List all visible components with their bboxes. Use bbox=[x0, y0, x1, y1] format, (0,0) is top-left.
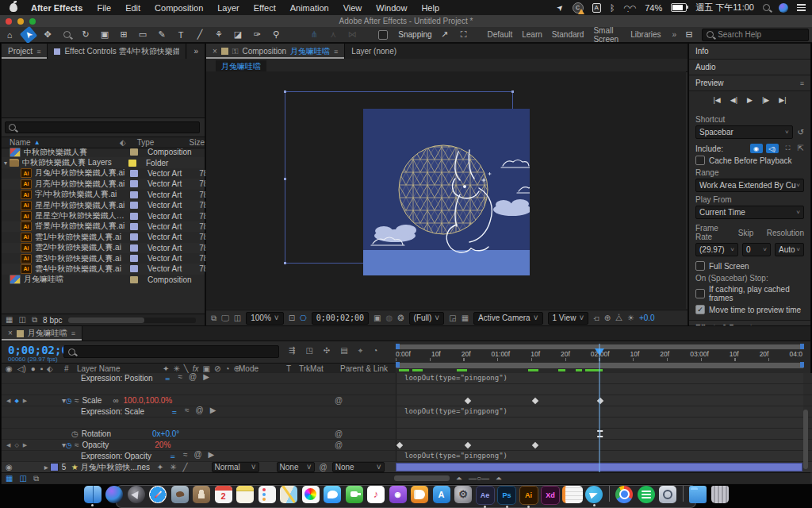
comp-viewport[interactable] bbox=[206, 71, 686, 309]
project-row[interactable]: 雲4/中秋節快樂鐵人賽.ai Vector Art 780 bbox=[2, 264, 205, 274]
expression-code[interactable]: loopOut(type="pingpong") bbox=[404, 374, 508, 382]
snap-edges-icon[interactable]: ↗ bbox=[439, 29, 451, 41]
dock-app-icon[interactable] bbox=[659, 486, 676, 503]
project-row[interactable]: 星星空/中秋節快樂鐵人賽.ai Vector Art 780 bbox=[2, 210, 205, 221]
close-tab-icon[interactable]: × bbox=[8, 329, 13, 337]
menu-item[interactable]: File bbox=[90, 3, 118, 13]
work-area-start-handle[interactable] bbox=[396, 344, 400, 349]
column-name[interactable]: Name bbox=[10, 138, 31, 147]
move-time-checkbox[interactable]: ✓ bbox=[695, 305, 705, 314]
play-button[interactable]: ▶ bbox=[747, 96, 753, 104]
effect-switch[interactable]: ✳ bbox=[170, 464, 176, 471]
input-source-icon[interactable]: A bbox=[592, 3, 601, 13]
mirror-viewer-icon[interactable]: ◫ bbox=[234, 314, 241, 322]
rotation-value[interactable]: 0x+0.0° bbox=[152, 429, 179, 438]
dock-app-icon[interactable]: Xd bbox=[541, 486, 560, 505]
keyframe-toggle-icon[interactable]: ◇ bbox=[14, 442, 18, 448]
timeline-search-field[interactable] bbox=[63, 345, 279, 358]
project-scrollbar[interactable] bbox=[68, 318, 196, 323]
label-color-chip[interactable] bbox=[130, 223, 138, 230]
type-tool[interactable]: T bbox=[174, 29, 187, 41]
resolution-dropdown[interactable]: (Full)˅ bbox=[409, 312, 445, 325]
zoom-slider[interactable]: —○— bbox=[469, 475, 489, 483]
layer-color-chip[interactable] bbox=[50, 463, 59, 471]
row-rotation[interactable]: ◷ Rotation 0x+0.0° @ bbox=[2, 429, 812, 440]
keyframe[interactable] bbox=[532, 397, 538, 403]
menu-item[interactable]: Window bbox=[369, 3, 414, 13]
frame-rate-dropdown[interactable]: (29.97)˅ bbox=[695, 243, 738, 256]
tab-effect-controls[interactable]: Effect Controls 雲4/中秋節快樂鐵人賽.a bbox=[48, 44, 186, 59]
label-color-chip[interactable] bbox=[130, 233, 138, 241]
trkmat-dropdown[interactable]: None˅ bbox=[277, 462, 315, 472]
scale-label[interactable]: Scale bbox=[82, 396, 102, 405]
shortcut-dropdown[interactable]: Spacebar˅ bbox=[695, 125, 793, 139]
exposure-value[interactable]: +0.0 bbox=[639, 314, 655, 322]
clone-stamp-tool[interactable]: ⚘ bbox=[213, 29, 225, 41]
prev-keyframe-icon[interactable]: ◀ bbox=[6, 442, 10, 448]
layer-row-5[interactable]: ◉ ▸ 5 ★ 月兔/中秋節快...nes ✦ ✳ ╱ Normal˅ None… bbox=[2, 462, 812, 473]
dock-app-icon[interactable] bbox=[689, 486, 707, 503]
project-row[interactable]: 月兔嘛哇噹 Composition bbox=[2, 275, 205, 285]
keyframe[interactable] bbox=[396, 441, 403, 448]
graph-editor-icon[interactable]: ◔ bbox=[373, 347, 377, 355]
label-color-chip[interactable] bbox=[130, 213, 138, 220]
dock-app-icon[interactable] bbox=[236, 486, 254, 503]
share-icon[interactable]: ⇱ bbox=[798, 144, 804, 152]
search-help-field[interactable]: Search Help bbox=[702, 29, 809, 41]
zoom-in-mountain-icon[interactable]: ⏶ bbox=[496, 475, 502, 483]
dock-app-icon[interactable] bbox=[149, 486, 167, 503]
next-keyframe-icon[interactable]: ▶ bbox=[23, 442, 27, 448]
brainstorm-icon[interactable]: ⧉ bbox=[33, 475, 39, 483]
workspace-tab[interactable]: Standard bbox=[547, 30, 589, 39]
panel-menu-icon[interactable]: ≡ bbox=[800, 79, 804, 87]
dock-app-icon[interactable] bbox=[259, 486, 276, 503]
reset-shortcut-icon[interactable]: ↺ bbox=[798, 129, 804, 137]
panel-menu-icon[interactable]: ≡ bbox=[334, 48, 338, 56]
manage-workspaces-icon[interactable]: ⊟ bbox=[683, 29, 695, 41]
layer-expand-chevron[interactable]: ▸ bbox=[44, 464, 48, 471]
dock-app-icon[interactable] bbox=[280, 486, 297, 503]
playhead-handle[interactable] bbox=[595, 348, 604, 356]
timeline-horizontal-scrollbar[interactable] bbox=[394, 475, 450, 481]
prev-keyframe-icon[interactable]: ◀ bbox=[6, 398, 10, 404]
expression-language-menu-icon[interactable]: ▶ bbox=[203, 373, 209, 384]
dock-app-icon[interactable] bbox=[585, 486, 603, 503]
resolution-dropdown[interactable]: Auto˅ bbox=[775, 243, 804, 256]
menu-item[interactable]: Composition bbox=[147, 3, 210, 13]
pickwhip-icon[interactable]: @ bbox=[335, 397, 343, 405]
column-trkmat[interactable]: TrkMat bbox=[299, 364, 340, 373]
motion-blur-icon[interactable]: ⌖ bbox=[358, 347, 363, 355]
magnification-dropdown[interactable]: 100%˅ bbox=[246, 312, 283, 325]
keyframe[interactable] bbox=[465, 397, 471, 403]
pickwhip-icon[interactable]: @ bbox=[335, 430, 343, 438]
project-row[interactable]: 月亮/中秋節快樂鐵人賽.ai Vector Art 780 bbox=[2, 179, 205, 189]
notification-center-icon[interactable] bbox=[797, 4, 806, 11]
project-row[interactable]: 雲3/中秋節快樂鐵人賽.ai Vector Art 780 bbox=[2, 253, 205, 264]
bluetooth-icon[interactable]: ᛒ bbox=[610, 3, 615, 13]
view-layout-dropdown[interactable]: 1 View˅ bbox=[548, 312, 589, 325]
stopwatch-icon[interactable]: ◷ bbox=[71, 430, 79, 438]
brush-tool[interactable]: ╱ bbox=[193, 29, 206, 41]
location-services-icon[interactable]: ➤ bbox=[554, 2, 565, 13]
pen-tool[interactable]: ✎ bbox=[155, 29, 168, 41]
row-expression-scale[interactable]: Expression: Scale ＝ ≈ @ ▶ loopOut(type="… bbox=[2, 406, 812, 418]
menu-item[interactable]: Effect bbox=[247, 3, 283, 13]
battery-icon[interactable] bbox=[671, 3, 687, 12]
tab-layer[interactable]: Layer (none) bbox=[345, 44, 403, 59]
close-tab-icon[interactable]: × bbox=[213, 48, 217, 56]
blend-switch[interactable]: ╱ bbox=[183, 464, 188, 471]
dock-app-icon[interactable]: Ae bbox=[476, 486, 495, 505]
timeline-vertical-scrollbar[interactable] bbox=[803, 410, 808, 469]
label-color-chip[interactable] bbox=[130, 265, 138, 272]
frame-blending-icon[interactable]: ▤ bbox=[340, 347, 347, 355]
viewer-timecode[interactable]: 0;00;02;00 bbox=[312, 312, 369, 325]
label-color-chip[interactable] bbox=[130, 202, 138, 209]
menu-item[interactable]: View bbox=[336, 3, 370, 13]
tab-composition[interactable]: × ⚿ Composition 月兔嘛哇噹 ≡ bbox=[206, 44, 345, 59]
wifi-icon[interactable]: ◠̣◠ bbox=[623, 4, 636, 12]
menu-clock[interactable]: 週五 下午11:00 bbox=[695, 2, 754, 13]
home-tool[interactable]: ⌂ bbox=[3, 29, 16, 41]
siri-icon[interactable] bbox=[779, 3, 788, 13]
timeline-tab[interactable]: × 月兔嘛哇噹 ≡ bbox=[2, 326, 82, 341]
tab-project[interactable]: Project ≡ bbox=[2, 44, 48, 59]
